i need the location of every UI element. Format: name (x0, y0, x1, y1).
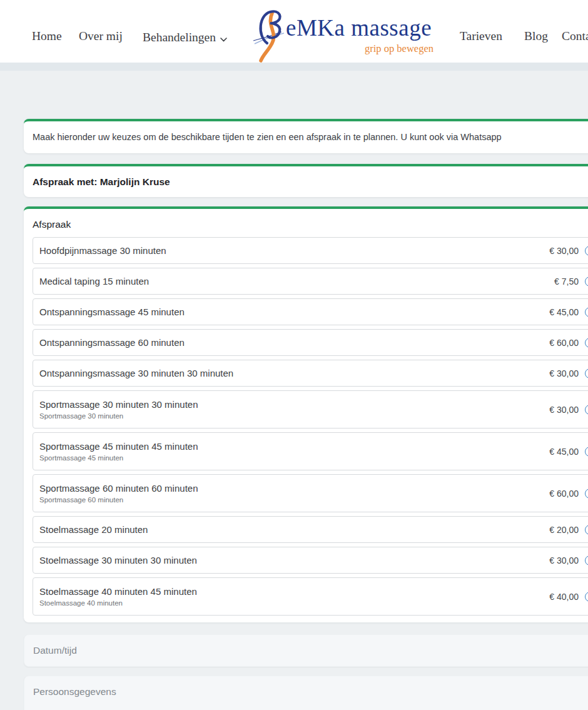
service-price: € 30,00 (549, 246, 579, 256)
info-icon[interactable]: i (585, 555, 588, 565)
section-persoonsgegevens[interactable]: Persoonsgegevens (24, 676, 588, 710)
info-icon[interactable]: i (585, 405, 588, 415)
nav-item-behandelingen[interactable]: Behandelingen (143, 29, 227, 45)
chevron-down-icon (220, 31, 227, 45)
service-text: Ontspanningsmassage 60 minuten (39, 337, 185, 348)
logo-tagline: grip op bewegen (286, 43, 433, 55)
service-text: Medical taping 15 minuten (39, 276, 149, 287)
info-icon[interactable]: i (585, 368, 588, 378)
service-title: Stoelmassage 30 minuten 30 minuten (39, 555, 197, 565)
nav-item-over-mij[interactable]: Over mij (79, 29, 123, 43)
service-price: € 60,00 (549, 338, 579, 348)
service-title: Ontspanningsmassage 45 minuten (39, 307, 185, 317)
services-panel-title: Afspraak (24, 209, 588, 237)
nav-item-tarieven[interactable]: Tarieven (460, 29, 502, 43)
info-icon[interactable]: i (585, 276, 588, 287)
section-datum-tijd[interactable]: Datum/tijd (24, 634, 588, 667)
service-subtitle: Sportmassage 45 minuten (39, 454, 198, 462)
service-subtitle: Stoelmassage 40 minuten (39, 599, 197, 607)
service-title: Ontspanningsmassage 60 minuten (39, 337, 185, 348)
service-title: Stoelmassage 40 minuten 45 minuten (39, 586, 197, 597)
services-panel: Afspraak Hoofdpijnmassage 30 minuten € 3… (24, 206, 588, 622)
nav-home-label: Home (32, 29, 62, 43)
service-price: € 7,50 (554, 276, 579, 287)
service-row[interactable]: Ontspanningsmassage 45 minuten € 45,00 i (33, 298, 588, 325)
service-text: Stoelmassage 40 minuten 45 minuten Stoel… (39, 586, 197, 607)
service-text: Stoelmassage 30 minuten 30 minuten (39, 555, 197, 565)
info-icon[interactable]: i (585, 246, 588, 256)
service-text: Sportmassage 45 minuten 45 minuten Sport… (39, 441, 198, 462)
service-text: Stoelmassage 20 minuten (39, 524, 148, 535)
logo-title: eMKa massage (286, 15, 432, 41)
nav-contact-label: Contact (562, 29, 588, 43)
service-text: Ontspanningsmassage 45 minuten (39, 307, 185, 317)
service-subtitle: Sportmassage 30 minuten (39, 412, 198, 420)
nav-item-contact[interactable]: Contact (562, 29, 588, 43)
info-icon[interactable]: i (585, 338, 588, 348)
info-icon[interactable]: i (585, 525, 588, 535)
logo-mark-icon (253, 5, 285, 65)
service-price: € 60,00 (549, 489, 579, 499)
service-price: € 45,00 (549, 447, 579, 457)
service-price: € 30,00 (549, 368, 579, 378)
header-shadow-strip (0, 63, 588, 71)
service-row[interactable]: Ontspanningsmassage 30 minuten 30 minute… (33, 360, 588, 387)
info-icon[interactable]: i (585, 489, 588, 499)
site-logo[interactable]: eMKa massage grip op bewegen (253, 4, 435, 59)
service-row[interactable]: Sportmassage 30 minuten 30 minuten Sport… (33, 390, 588, 429)
info-icon[interactable]: i (585, 307, 588, 317)
service-price: € 20,00 (549, 525, 579, 535)
service-text: Sportmassage 60 minuten 60 minuten Sport… (39, 483, 198, 504)
service-row[interactable]: Hoofdpijnmassage 30 minuten € 30,00 i (33, 237, 588, 264)
service-text: Ontspanningsmassage 30 minuten 30 minute… (39, 368, 233, 378)
nav-item-blog[interactable]: Blog (524, 29, 548, 43)
appointment-with-text: Afspraak met: Marjolijn Kruse (24, 166, 588, 198)
service-row[interactable]: Medical taping 15 minuten € 7,50 i (33, 268, 588, 295)
service-price: € 40,00 (549, 592, 579, 602)
site-header: Home Over mij Behandelingen eMKa massage… (0, 0, 588, 63)
service-text: Sportmassage 30 minuten 30 minuten Sport… (39, 399, 198, 420)
service-title: Sportmassage 60 minuten 60 minuten (39, 483, 198, 494)
service-row[interactable]: Stoelmassage 20 minuten € 20,00 i (33, 516, 588, 543)
nav-behandelingen-label: Behandelingen (143, 31, 216, 44)
intro-message-text: Maak hieronder uw keuzes om de beschikba… (24, 121, 588, 153)
nav-over-mij-label: Over mij (79, 29, 123, 43)
service-row[interactable]: Ontspanningsmassage 60 minuten € 60,00 i (33, 329, 588, 356)
service-subtitle: Sportmassage 60 minuten (39, 496, 198, 504)
nav-blog-label: Blog (524, 29, 548, 43)
intro-message-panel: Maak hieronder uw keuzes om de beschikba… (24, 119, 588, 153)
service-price: € 30,00 (549, 405, 579, 415)
service-title: Sportmassage 45 minuten 45 minuten (39, 441, 198, 452)
service-text: Hoofdpijnmassage 30 minuten (39, 245, 166, 256)
info-icon[interactable]: i (585, 592, 588, 602)
service-title: Stoelmassage 20 minuten (39, 524, 148, 535)
service-list: Hoofdpijnmassage 30 minuten € 30,00 i Me… (24, 237, 588, 616)
service-title: Ontspanningsmassage 30 minuten 30 minute… (39, 368, 233, 378)
service-row[interactable]: Stoelmassage 30 minuten 30 minuten € 30,… (33, 547, 588, 574)
nav-item-home[interactable]: Home (32, 29, 62, 43)
section-persoonsgegevens-label: Persoonsgegevens (24, 676, 588, 707)
service-price: € 45,00 (549, 307, 579, 317)
section-datum-tijd-label: Datum/tijd (24, 635, 588, 666)
service-price: € 30,00 (549, 555, 579, 565)
info-icon[interactable]: i (585, 447, 588, 457)
service-title: Hoofdpijnmassage 30 minuten (39, 245, 166, 256)
appointment-with-panel: Afspraak met: Marjolijn Kruse (24, 164, 588, 197)
nav-tarieven-label: Tarieven (460, 29, 502, 43)
service-title: Medical taping 15 minuten (39, 276, 149, 287)
service-title: Sportmassage 30 minuten 30 minuten (39, 399, 198, 410)
service-row[interactable]: Sportmassage 45 minuten 45 minuten Sport… (33, 432, 588, 470)
service-row[interactable]: Stoelmassage 40 minuten 45 minuten Stoel… (33, 577, 588, 616)
service-row[interactable]: Sportmassage 60 minuten 60 minuten Sport… (33, 474, 588, 512)
